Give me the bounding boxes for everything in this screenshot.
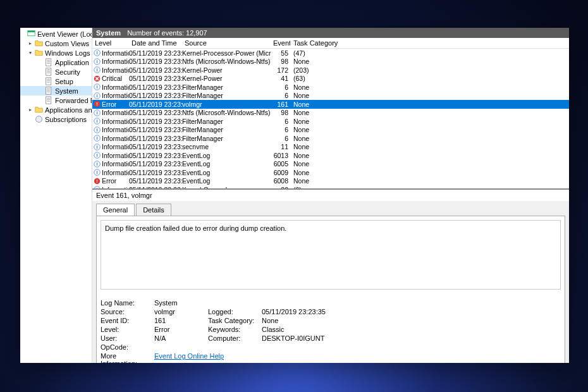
tree-item-label: Event Viewer (Local) (37, 30, 92, 38)
event-row[interactable]: iInformation05/11/2019 23:23:35Ntfs (Mic… (92, 109, 569, 118)
event-row[interactable]: iInformation05/11/2019 23:23:33Kernel-Ge… (92, 185, 569, 188)
tree-item-label: System (55, 87, 78, 95)
information-icon: i (94, 169, 101, 176)
tree-toggle-icon[interactable]: ▸ (29, 107, 35, 113)
tree-item-setup[interactable]: Setup (20, 77, 92, 86)
tree-item-subscriptions[interactable]: Subscriptions (20, 114, 92, 124)
tree-item-label: Subscriptions (45, 116, 87, 123)
sub-icon (35, 115, 43, 123)
event-row[interactable]: iInformation05/11/2019 23:23:35FilterMan… (92, 134, 569, 143)
detail-tabs: General Details (96, 204, 565, 216)
event-row[interactable]: iInformation05/11/2019 23:23:35FilterMan… (92, 92, 569, 101)
detail-properties: Log Name: System Source: volmgr Logged: … (101, 298, 561, 363)
information-icon: i (94, 135, 101, 142)
information-icon: i (94, 92, 101, 99)
event-row[interactable]: Critical05/11/2019 23:23:35Kernel-Power4… (92, 75, 569, 83)
tree-item-label: Setup (55, 78, 73, 85)
log-icon (45, 77, 53, 85)
information-icon: i (94, 126, 101, 133)
svg-text:i: i (97, 68, 98, 72)
log-header: System Number of events: 12,907 (92, 28, 569, 38)
tree-item-security[interactable]: Security (20, 67, 92, 77)
svg-text:i: i (97, 85, 98, 89)
svg-rect-10 (46, 78, 51, 85)
tab-details[interactable]: Details (136, 204, 171, 216)
content-pane: System Number of events: 12,907 Level Da… (92, 28, 569, 363)
detail-title: Event 161, volmgr (92, 190, 569, 201)
error-icon: ! (94, 101, 101, 107)
svg-text:i: i (97, 187, 98, 188)
detail-body: Dump file creation failed due to error d… (96, 216, 565, 363)
svg-text:i: i (97, 119, 98, 123)
event-row[interactable]: !Error05/11/2019 23:23:35volmgr161None (92, 100, 569, 109)
event-row[interactable]: iInformation05/11/2019 23:23:35Kernel-Pr… (92, 49, 569, 58)
tree-item-forwarded-events[interactable]: Forwarded Events (20, 95, 92, 105)
svg-text:i: i (97, 111, 98, 115)
information-icon: i (94, 161, 101, 168)
tree-item-system[interactable]: System (20, 86, 92, 95)
event-grid[interactable]: Level Date and Time Source Event ID Task… (92, 38, 569, 188)
tree-item-event-viewer-local-[interactable]: Event Viewer (Local) (20, 29, 92, 39)
online-help-link[interactable]: Event Log Online Help (154, 352, 224, 360)
tab-general[interactable]: General (96, 204, 135, 216)
svg-text:!: ! (96, 102, 97, 106)
col-date[interactable]: Date and Time (129, 38, 182, 48)
error-icon: ! (94, 178, 101, 185)
tree-item-label: Applications and Services Lo (45, 106, 92, 114)
tree-item-label: Application (55, 59, 89, 66)
svg-text:i: i (97, 59, 98, 64)
svg-point-22 (36, 116, 42, 123)
information-icon: i (94, 66, 101, 73)
svg-rect-18 (46, 97, 51, 104)
tree-item-label: Security (55, 68, 80, 76)
event-row[interactable]: iInformation05/11/2019 23:23:35FilterMan… (92, 126, 569, 135)
tree-toggle-icon[interactable]: ▾ (29, 50, 35, 56)
tree-item-application[interactable]: Application (20, 58, 92, 67)
tree-item-label: Custom Views (45, 40, 89, 47)
tree-item-windows-logs[interactable]: ▾Windows Logs (20, 48, 92, 58)
event-row[interactable]: iInformation05/11/2019 23:23:37EventLog6… (92, 160, 569, 169)
svg-rect-6 (46, 68, 51, 75)
col-task[interactable]: Task Category (291, 38, 341, 48)
event-row[interactable]: iInformation05/11/2019 23:23:35FilterMan… (92, 83, 569, 92)
svg-text:i: i (97, 94, 98, 98)
svg-rect-2 (46, 59, 51, 66)
event-count: Number of events: 12,907 (127, 29, 207, 37)
information-icon: i (94, 152, 101, 159)
col-event-id[interactable]: Event ID (271, 38, 291, 48)
information-icon: i (94, 58, 101, 65)
svg-rect-1 (28, 31, 35, 32)
tree-item-applications-and-services-lo[interactable]: ▸Applications and Services Lo (20, 105, 92, 114)
event-row[interactable]: iInformation05/11/2019 23:23:35Ntfs (Mic… (92, 58, 569, 66)
grid-header[interactable]: Level Date and Time Source Event ID Task… (92, 38, 569, 49)
log-title: System (96, 29, 121, 37)
critical-icon (94, 75, 101, 82)
event-row[interactable]: iInformation05/11/2019 23:23:35FilterMan… (92, 117, 569, 126)
svg-text:i: i (97, 162, 98, 166)
event-row[interactable]: iInformation05/11/2019 23:23:35Kernel-Po… (92, 66, 569, 75)
tree-item-custom-views[interactable]: ▸Custom Views (20, 39, 92, 48)
event-viewer-window: Event Viewer (Local)▸Custom Views▾Window… (20, 28, 569, 363)
log-icon (45, 68, 53, 76)
information-icon: i (94, 186, 101, 188)
svg-text:i: i (97, 51, 98, 55)
information-icon: i (94, 118, 101, 125)
svg-rect-14 (46, 87, 51, 94)
event-row[interactable]: !Error05/11/2019 23:23:37EventLog6008Non… (92, 177, 569, 186)
col-source[interactable]: Source (182, 38, 271, 48)
folder-icon (35, 49, 43, 57)
event-row[interactable]: iInformation05/11/2019 23:23:37EventLog6… (92, 168, 569, 177)
detail-pane: Event 161, volmgr General Details Dump f… (92, 188, 569, 363)
tree-item-label: Forwarded Events (55, 97, 92, 104)
event-row[interactable]: iInformation05/11/2019 23:23:35secnvme11… (92, 143, 569, 152)
col-level[interactable]: Level (92, 38, 129, 48)
svg-text:i: i (97, 128, 98, 132)
tree-toggle-icon[interactable]: ▸ (29, 40, 35, 46)
information-icon: i (94, 49, 101, 56)
log-icon (45, 96, 53, 104)
navigation-tree[interactable]: Event Viewer (Local)▸Custom Views▾Window… (20, 28, 92, 363)
svg-text:i: i (97, 136, 98, 140)
svg-text:i: i (97, 153, 98, 157)
event-row[interactable]: iInformation05/11/2019 23:23:37EventLog6… (92, 151, 569, 160)
svg-text:!: ! (96, 179, 97, 183)
